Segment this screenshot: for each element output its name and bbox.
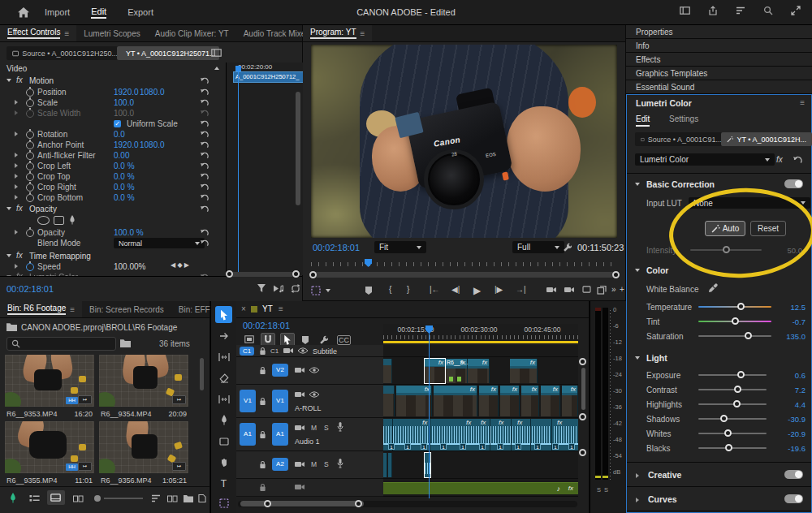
stopwatch-icon[interactable] xyxy=(26,229,34,237)
v2-track-header[interactable]: V2 xyxy=(236,357,383,385)
audio-clip[interactable] xyxy=(383,453,387,477)
program-ruler[interactable] xyxy=(311,262,617,266)
reset-icon[interactable] xyxy=(200,140,209,149)
add-marker-icon[interactable] xyxy=(365,286,373,295)
lumetri-source-clip-tab[interactable]: Source • A_0001C91... xyxy=(635,132,728,146)
video-clip[interactable]: fx xyxy=(468,359,490,383)
tab-audio-clip-mixer[interactable]: Audio Clip Mixer: YT xyxy=(148,25,236,41)
reset-icon[interactable] xyxy=(200,172,209,181)
bin-clip-thumbnail[interactable]: ↦ xyxy=(99,421,188,473)
ec-row-rotation[interactable]: Rotation0.0 xyxy=(0,129,226,140)
contrast-slider[interactable] xyxy=(698,389,767,390)
music-clip[interactable]: ♪ fx xyxy=(383,482,578,494)
ec-row-time-remapping[interactable]: fxTime Remapping xyxy=(0,251,226,261)
edit-pen-icon[interactable] xyxy=(8,493,18,503)
timeline-vscrollbar[interactable] xyxy=(581,368,585,410)
program-timecode[interactable]: 00:02:18:01 xyxy=(313,243,360,252)
lumetri-title[interactable]: Lumetri Color xyxy=(636,98,692,108)
blend-mode-select[interactable]: Normal xyxy=(114,238,205,248)
mic-icon[interactable] xyxy=(337,422,343,432)
lift-icon[interactable] xyxy=(546,287,556,293)
chevron-down-icon[interactable] xyxy=(326,289,330,292)
chevron-right-icon[interactable] xyxy=(636,498,639,502)
reset-icon[interactable] xyxy=(200,162,209,170)
mini-clip-bar[interactable]: A_0001C912H250712_ xyxy=(233,71,303,83)
auto-button[interactable]: Auto xyxy=(705,221,745,236)
tab-bin-screen-records[interactable]: Bin: Screen Records xyxy=(82,301,171,317)
mask-overlay-icon[interactable] xyxy=(311,286,321,295)
ec-row-opacity[interactable]: Opacity100.0 % xyxy=(0,227,226,238)
comparison-view-icon[interactable] xyxy=(597,285,607,295)
temperature-slider[interactable] xyxy=(698,306,771,308)
extract-icon[interactable] xyxy=(564,287,574,293)
play-audio-icon[interactable] xyxy=(273,284,284,293)
blacks-value[interactable]: -19.6 xyxy=(776,444,806,453)
program-scrollbar[interactable] xyxy=(313,272,615,278)
reset-icon[interactable] xyxy=(793,155,802,165)
lock-icon[interactable] xyxy=(259,366,266,375)
chevron-down-icon[interactable] xyxy=(635,269,640,272)
tab-effect-controls[interactable]: Effect Controls≡ xyxy=(0,25,76,41)
mark-out-icon[interactable]: } xyxy=(407,285,409,294)
settings-wrench-icon[interactable] xyxy=(563,243,572,252)
loop-icon[interactable] xyxy=(291,284,300,293)
bin-vscrollbar[interactable] xyxy=(200,358,204,390)
stopwatch-icon[interactable] xyxy=(26,99,34,107)
lock-icon[interactable] xyxy=(259,430,266,439)
new-item-icon[interactable] xyxy=(198,494,206,503)
panel-menu-icon[interactable]: ≡ xyxy=(64,29,69,38)
zoom-handle-left[interactable] xyxy=(226,270,233,278)
video-clip[interactable]: fx xyxy=(562,386,578,416)
ec-yt-clip-tab[interactable]: YT • A_0001C912H25071... xyxy=(117,46,219,60)
ec-row-crop-right[interactable]: Crop Right0.0 % xyxy=(0,182,226,192)
eyedropper-icon[interactable] xyxy=(708,283,718,293)
mute-button[interactable]: M xyxy=(311,460,317,468)
camera-icon[interactable] xyxy=(295,367,304,373)
workspace-panel-icon[interactable] xyxy=(680,6,690,15)
source-patch-badge[interactable]: V1 xyxy=(240,390,256,412)
video-clip[interactable]: fx xyxy=(479,386,499,416)
mic-icon[interactable] xyxy=(337,459,343,468)
timeline-timecode[interactable]: 00:02:18:01 xyxy=(243,321,290,330)
stopwatch-icon[interactable] xyxy=(26,173,34,181)
scroll-handle-left[interactable] xyxy=(309,271,317,278)
video-clip[interactable]: fx xyxy=(434,386,477,416)
button-editor-overflow-icon[interactable]: » xyxy=(611,285,616,294)
exposure-value[interactable]: 0.6 xyxy=(776,371,806,380)
video-clip[interactable] xyxy=(383,386,395,416)
reset-icon[interactable] xyxy=(200,119,209,128)
reset-icon[interactable] xyxy=(200,228,209,237)
captions-icon[interactable]: CC xyxy=(337,335,351,345)
v2-track-lane[interactable]: fx R6__9...fx fx fx xyxy=(383,357,578,385)
mini-vscrollbar[interactable] xyxy=(296,92,300,205)
quick-search-icon[interactable] xyxy=(763,6,773,15)
bin-breadcrumb[interactable]: CANON ADOBE.prproj\BROLL\R6 Footage xyxy=(21,323,177,332)
track-name[interactable]: A-ROLL xyxy=(295,404,322,412)
ec-row-uniform-scale[interactable]: ✓Uniform Scale xyxy=(0,119,226,129)
camera-icon[interactable] xyxy=(295,484,304,490)
contrast-value[interactable]: 7.2 xyxy=(776,386,806,394)
track-name[interactable]: Audio 1 xyxy=(295,438,320,446)
zoom-slider-handle[interactable] xyxy=(94,495,101,502)
camera-icon[interactable] xyxy=(295,425,304,431)
source-patch-badge[interactable]: A1 xyxy=(240,423,256,446)
solo-button[interactable]: S xyxy=(324,424,329,432)
program-video-viewport[interactable]: Canon EOS 28 xyxy=(311,45,617,238)
ec-video-header[interactable]: Video xyxy=(6,64,27,73)
a2-track-header[interactable]: A2 M S xyxy=(236,451,383,479)
zoom-slider-track[interactable] xyxy=(104,498,143,499)
tint-slider[interactable] xyxy=(698,321,771,322)
close-icon[interactable]: × xyxy=(241,304,246,313)
camera-icon[interactable] xyxy=(295,461,304,468)
reset-icon[interactable] xyxy=(200,130,209,139)
lock-icon[interactable] xyxy=(259,397,266,406)
export-frame-icon[interactable] xyxy=(582,286,591,293)
track-target-badge[interactable]: A1 xyxy=(272,423,288,446)
automate-sequence-icon[interactable] xyxy=(167,494,178,502)
tab-sequence-yt[interactable]: YT xyxy=(262,304,273,313)
highlights-value[interactable]: 4.4 xyxy=(776,400,806,409)
creative-section-title[interactable]: Creative xyxy=(648,470,681,480)
panel-menu-icon[interactable]: ≡ xyxy=(800,98,805,107)
whites-slider[interactable] xyxy=(698,433,767,434)
step-forward-icon[interactable]: |▶ xyxy=(495,285,503,294)
